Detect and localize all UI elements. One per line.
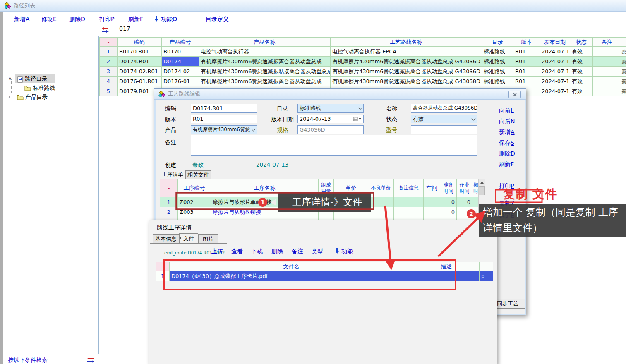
- code-field[interactable]: D0174.R01: [191, 104, 257, 113]
- cell[interactable]: [424, 197, 440, 207]
- delete-link[interactable]: 删除: [271, 248, 283, 255]
- add-button[interactable]: 新增A: [499, 129, 515, 136]
- menu-refresh[interactable]: 刷新F: [128, 16, 143, 23]
- cell[interactable]: [472, 197, 479, 207]
- cell-remark[interactable]: [593, 57, 621, 67]
- remark-textarea[interactable]: [191, 135, 477, 156]
- status-select[interactable]: 有效: [411, 115, 477, 123]
- row-index[interactable]: 2: [100, 57, 118, 67]
- cell-route-name[interactable]: 有机摩擦片430mm8簧怠速减振离合器从动盘总成 G430S8D: [331, 77, 482, 86]
- cell-version[interactable]: R01: [513, 77, 540, 86]
- menu-catalog-define[interactable]: 目录定义: [206, 16, 229, 23]
- cell-code[interactable]: B0170.R01: [118, 47, 162, 57]
- cell-publish-date[interactable]: 2024-07-13: [540, 57, 570, 67]
- cell-filename[interactable]: D0174（Φ430）总成装配工序卡片.pdf: [170, 271, 413, 281]
- cell-product-name[interactable]: 有机摩擦片430mm6簧怠速减振离合器从动盘总成: [199, 77, 331, 86]
- prev-button[interactable]: 向前L: [499, 107, 514, 115]
- cell-status[interactable]: 有效: [570, 86, 593, 96]
- cell-status[interactable]: 有效: [570, 47, 593, 57]
- refresh-button[interactable]: 刷新F: [499, 161, 514, 168]
- view-link[interactable]: 查看: [231, 248, 243, 255]
- cell-catalog[interactable]: 标准路线: [482, 47, 513, 57]
- cell-process-no[interactable]: Z003: [178, 207, 211, 217]
- swap-icon[interactable]: [102, 27, 109, 33]
- row-index[interactable]: 1: [156, 271, 170, 281]
- catalog-select[interactable]: 标准路线: [297, 104, 364, 113]
- tree-item-route-catalog[interactable]: 路径目录: [17, 75, 47, 83]
- table-row[interactable]: 1 B0170.R01 B0170 电控气动离合执行器 电控气动离合执行器 EP…: [100, 47, 626, 57]
- cell-code[interactable]: D0174-02.R01: [118, 67, 162, 77]
- model-field[interactable]: [411, 125, 477, 134]
- cell-status[interactable]: 有效: [570, 67, 593, 77]
- cell-product-no-selected[interactable]: D0174: [162, 57, 199, 67]
- cell-product-no[interactable]: B0170: [162, 47, 199, 57]
- tree-expander-closed[interactable]: ›: [8, 94, 10, 100]
- name-field[interactable]: 离合器从动盘总成 G430S6D: [411, 104, 477, 113]
- tab-images[interactable]: 图片: [198, 234, 218, 243]
- row-index[interactable]: 2: [160, 207, 178, 217]
- menu-modify[interactable]: 修改E: [41, 16, 57, 23]
- cell-description[interactable]: [413, 271, 480, 281]
- cell[interactable]: [394, 197, 424, 207]
- search-by-condition-link[interactable]: 按以下条件检索: [8, 357, 48, 364]
- close-button[interactable]: [508, 91, 521, 98]
- menu-print[interactable]: 打印P: [99, 16, 114, 23]
- menu-delete[interactable]: 删除D: [69, 16, 85, 23]
- cell[interactable]: [394, 207, 424, 217]
- tab-files[interactable]: 文件: [179, 233, 198, 243]
- cell-code[interactable]: D0176-01.R01: [118, 77, 162, 86]
- cell-remark[interactable]: [593, 67, 621, 77]
- tab-basic-info[interactable]: 基本信息: [153, 234, 179, 243]
- download-link[interactable]: 下载: [251, 248, 263, 255]
- cell-code[interactable]: D0174.R01: [118, 57, 162, 67]
- cell-prep-time[interactable]: 0: [440, 197, 457, 207]
- cell-remark[interactable]: [593, 86, 621, 96]
- tree-item-standard-route[interactable]: 标准路线: [24, 84, 55, 92]
- file-row-selected[interactable]: 1 D0174（Φ430）总成装配工序卡片.pdf p: [156, 271, 493, 281]
- cell-remark[interactable]: [593, 47, 621, 57]
- type-link[interactable]: 类型: [312, 248, 323, 255]
- swap-icon[interactable]: [87, 357, 94, 363]
- cell-route-name[interactable]: 有机摩擦片430mm6簧怠速减振离合器从动盘总成 G430S6D: [331, 67, 482, 77]
- cell-version[interactable]: R01: [513, 47, 540, 57]
- cell-catalog[interactable]: 标准路线: [482, 67, 513, 77]
- menu-function[interactable]: 功能O: [161, 16, 177, 23]
- product-select[interactable]: 有机摩擦片430mm6簧怠: [191, 125, 257, 134]
- row-index[interactable]: 4: [100, 77, 118, 86]
- cell-file-type-partial[interactable]: p: [480, 271, 493, 281]
- function-link[interactable]: 功能: [341, 248, 353, 255]
- cell-publish-date[interactable]: 2024-07-13: [540, 86, 570, 96]
- cell-product-no[interactable]: D0176-01: [162, 77, 199, 86]
- cell-product-no[interactable]: D0174-02: [162, 67, 199, 77]
- next-button[interactable]: 向后N: [499, 118, 515, 125]
- cell-publish-date[interactable]: 2024-07-13: [540, 77, 570, 86]
- tab-process-list[interactable]: 工序清单: [160, 170, 185, 179]
- cell-version[interactable]: R01: [513, 57, 540, 67]
- scroll-up-button[interactable]: [479, 179, 485, 186]
- cell[interactable]: [424, 207, 440, 217]
- cell-catalog[interactable]: 标准路线: [482, 57, 513, 67]
- cell-version[interactable]: R01: [513, 67, 540, 77]
- cell-route-name[interactable]: 电控气动离合执行器 EPCA: [331, 47, 482, 57]
- cell[interactable]: [368, 197, 394, 207]
- cell-route-name[interactable]: 有机摩擦片430mm6簧怠速减振离合器从动盘总成 G430S6D: [331, 57, 482, 67]
- tree-item-product-catalog[interactable]: 产品目录: [17, 93, 48, 101]
- row-index[interactable]: 1: [100, 47, 118, 57]
- cell-publish-date[interactable]: 2024-07-13: [540, 67, 570, 77]
- cell-work-time[interactable]: 0: [457, 197, 472, 207]
- cell-prep-time[interactable]: 0: [440, 207, 457, 217]
- menu-add[interactable]: 新增A: [14, 16, 30, 23]
- tab-related-files[interactable]: 相关文件: [185, 170, 211, 179]
- cell-status[interactable]: 有效: [570, 77, 593, 86]
- table-row-selected[interactable]: 2 D0174.R01 D0174 有机摩擦片430mm6簧怠速减振离合器从动盘…: [100, 57, 626, 67]
- save-button[interactable]: 保存S: [499, 139, 514, 147]
- cell-product-name[interactable]: 有机摩擦片430mm6簧怠速减振粘接离合器从动盘总成: [199, 67, 331, 77]
- version-date-picker[interactable]: 2024-07-13: [297, 115, 364, 123]
- version-field[interactable]: R01: [191, 115, 257, 123]
- scrollbar-thumb[interactable]: [479, 186, 485, 195]
- remark-link[interactable]: 备注: [292, 248, 303, 255]
- cell-product-name[interactable]: 电控气动离合执行器: [199, 47, 331, 57]
- upload-link[interactable]: 上传: [211, 248, 223, 255]
- table-row[interactable]: 3 D0174-02.R01 D0174-02 有机摩擦片430mm6簧怠速减振…: [100, 67, 626, 77]
- cell[interactable]: [368, 207, 394, 217]
